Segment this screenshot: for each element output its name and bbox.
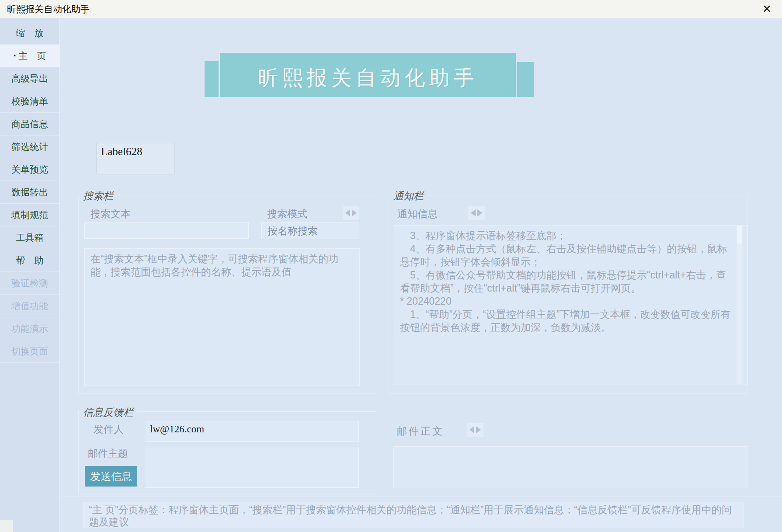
sidebar-item-label: 填制规范 bbox=[11, 209, 48, 221]
sidebar-item-label: 切换页面 bbox=[11, 345, 48, 358]
sidebar-item-label: 增值功能 bbox=[11, 300, 48, 312]
titlebar: 昕熙报关自动化助手 ✕ bbox=[0, 0, 782, 18]
search-text-label: 搜索文本 bbox=[90, 207, 131, 221]
search-mode-label: 搜索模式 bbox=[267, 207, 307, 221]
sidebar-item-label: 筛选统计 bbox=[11, 141, 48, 153]
notice-scrollbar[interactable] bbox=[737, 226, 742, 384]
subject-label: 邮件主题 bbox=[88, 447, 128, 460]
notice-group: 通知栏 通知信息 3、程序窗体提示语标签移至底部； 4、有多种点击方式（鼠标左、… bbox=[389, 195, 747, 394]
sidebar-item: 切换页面 bbox=[0, 340, 59, 363]
send-button[interactable]: 发送信息 bbox=[85, 466, 137, 487]
search-text-input[interactable] bbox=[84, 223, 249, 239]
sender-input[interactable]: lw@126.com bbox=[145, 421, 359, 442]
diamond-left-icon bbox=[471, 209, 476, 216]
diamond-right-icon bbox=[352, 209, 357, 216]
sidebar-item[interactable]: 数据转出 bbox=[0, 181, 59, 204]
sidebar-item-label: 数据转出 bbox=[11, 186, 48, 198]
info-label-box: Label628 bbox=[96, 143, 175, 174]
sidebar-item[interactable]: 筛选统计 bbox=[0, 136, 59, 158]
sidebar-nav: 缩 放•主 页高级导出校验清单商品信息筛选统计关单预览数据转出填制规范工具箱帮 … bbox=[0, 18, 60, 532]
banner: 昕熙报关自动化助手 bbox=[220, 53, 516, 97]
footer-divider bbox=[60, 497, 782, 497]
sidebar-item[interactable]: •主 页 bbox=[0, 45, 59, 67]
diamond-left-icon bbox=[469, 426, 474, 433]
feedback-group-title: 信息反馈栏 bbox=[80, 406, 137, 419]
mailbody-label: 邮件正文 bbox=[397, 424, 444, 438]
banner-title: 昕熙报关自动化助手 bbox=[258, 58, 478, 92]
sidebar-item-label: 关单预览 bbox=[11, 163, 48, 176]
search-mode-select[interactable]: 按名称搜索 bbox=[261, 223, 359, 239]
sidebar-item[interactable]: 高级导出 bbox=[0, 67, 59, 90]
diamond-right-icon bbox=[477, 209, 482, 216]
notice-diamond-icon[interactable] bbox=[468, 206, 485, 220]
banner-left-block bbox=[205, 61, 219, 97]
diamond-left-icon bbox=[345, 209, 350, 216]
sidebar-item-label: 缩 放 bbox=[16, 27, 44, 39]
window-title: 昕熙报关自动化助手 bbox=[7, 3, 90, 15]
notice-textarea[interactable]: 3、程序窗体提示语标签移至底部； 4、有多种点击方式（鼠标左、右击及按住辅助键点… bbox=[394, 225, 748, 385]
sidebar-item-label: 验证检测 bbox=[11, 277, 48, 289]
footer-hint: “主 页”分页标签：程序窗体主页面，“搜索栏”用于搜索窗体控件相关的功能信息；“… bbox=[83, 502, 744, 528]
sidebar-item-label: 高级导出 bbox=[11, 73, 48, 85]
close-button[interactable]: ✕ bbox=[762, 3, 772, 15]
sidebar-item-label: 校验清单 bbox=[11, 95, 48, 108]
mailbody-textarea[interactable] bbox=[393, 446, 747, 487]
notice-scrollbar-thumb[interactable] bbox=[737, 226, 742, 243]
search-group: 搜索栏 搜索文本 搜索模式 按名称搜索 在“搜索文本”框中录入关键字，可搜索程序… bbox=[78, 195, 377, 394]
sidebar-item[interactable]: 关单预览 bbox=[0, 158, 59, 181]
sender-label: 发件人 bbox=[94, 423, 124, 436]
active-bullet-icon: • bbox=[14, 52, 16, 60]
sidebar-item-label: 主 页 bbox=[18, 50, 46, 62]
feedback-group: 信息反馈栏 发件人 lw@126.com 邮件主题 发送信息 bbox=[78, 411, 377, 494]
subject-textarea[interactable] bbox=[145, 447, 359, 488]
corner-grip bbox=[0, 520, 13, 532]
notice-group-title: 通知栏 bbox=[390, 189, 427, 203]
sidebar-item-label: 商品信息 bbox=[11, 118, 48, 130]
mailbody-diamond-icon[interactable] bbox=[467, 423, 483, 437]
sidebar-item[interactable]: 工具箱 bbox=[0, 226, 59, 249]
sidebar-item: 功能演示 bbox=[0, 317, 59, 340]
diamond-right-icon bbox=[476, 426, 481, 433]
search-group-title: 搜索栏 bbox=[80, 189, 117, 203]
notice-label: 通知信息 bbox=[397, 207, 438, 221]
banner-right-block bbox=[517, 62, 534, 97]
search-hint-box[interactable]: 在“搜索文本”框中录入关键字，可搜索程序窗体相关的功能，搜索范围包括各控件的名称… bbox=[84, 248, 360, 386]
sidebar-item[interactable]: 填制规范 bbox=[0, 204, 59, 226]
sidebar-item[interactable]: 商品信息 bbox=[0, 113, 59, 136]
app-window: 昕熙报关自动化助手 ✕ 缩 放•主 页高级导出校验清单商品信息筛选统计关单预览数… bbox=[0, 0, 782, 532]
sidebar-item-label: 工具箱 bbox=[16, 232, 44, 244]
sidebar-item: 增值功能 bbox=[0, 295, 59, 317]
sidebar-item[interactable]: 帮 助 bbox=[0, 249, 59, 272]
sidebar-item[interactable]: 缩 放 bbox=[0, 22, 59, 45]
sidebar-item: 验证检测 bbox=[0, 272, 59, 295]
sidebar-item-label: 功能演示 bbox=[11, 323, 48, 335]
sidebar-item[interactable]: 校验清单 bbox=[0, 90, 59, 113]
sidebar-item-label: 帮 助 bbox=[16, 254, 44, 267]
search-mode-diamond-icon[interactable] bbox=[343, 206, 359, 220]
